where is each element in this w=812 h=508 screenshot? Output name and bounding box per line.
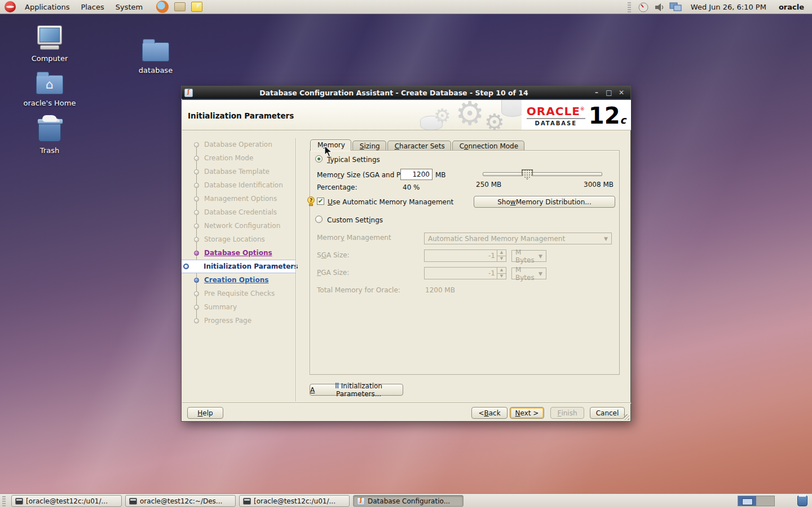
- all-init-params-button[interactable]: All Initialization Parameters...: [310, 384, 403, 396]
- tab-sizing[interactable]: Sizing: [352, 141, 386, 151]
- help-button[interactable]: Help: [187, 407, 223, 419]
- trash-icon: [38, 121, 61, 142]
- step-summary: Summary: [192, 300, 295, 314]
- task-terminal-1[interactable]: [oracle@test12c:/u01/...: [11, 495, 122, 507]
- amm-checkbox[interactable]: ✔: [317, 198, 324, 205]
- package-launcher-icon[interactable]: [174, 2, 186, 11]
- show-memory-distribution-button[interactable]: Show Memory Distribution...: [474, 196, 615, 208]
- window-titlebar[interactable]: Database Configuration Assistant - Creat…: [182, 86, 630, 99]
- workspace-2[interactable]: [756, 496, 774, 506]
- memory-size-input[interactable]: 1200: [400, 169, 433, 180]
- window-title: Database Configuration Assistant - Creat…: [196, 89, 592, 97]
- wizard-steps: Database Operation Creation Mode Databas…: [192, 138, 295, 327]
- workspace-1[interactable]: [738, 496, 756, 506]
- step-dot: [194, 237, 199, 242]
- java-app-icon: [184, 89, 193, 97]
- step-database-operation: Database Operation: [192, 138, 295, 151]
- sidebar-separator: [295, 138, 296, 401]
- typical-settings-radio[interactable]: [315, 155, 323, 163]
- close-button[interactable]: ✕: [617, 89, 626, 97]
- step-dot: [194, 278, 199, 283]
- step-creation-options[interactable]: Creation Options: [192, 273, 295, 287]
- step-dot: [194, 183, 199, 188]
- step-initialization-parameters: Initialization Parameters: [182, 260, 295, 273]
- folder-icon: [142, 42, 169, 62]
- clock[interactable]: Wed Jun 26, 6:10 PM: [687, 3, 770, 11]
- menu-applications[interactable]: Applications: [19, 0, 75, 14]
- oracle-logo: ORACLE® DATABASE 12c: [522, 100, 631, 130]
- minimize-button[interactable]: –: [592, 89, 601, 97]
- step-database-template: Database Template: [192, 165, 295, 178]
- java-icon: [357, 497, 365, 505]
- percentage-label: Percentage:: [317, 183, 358, 191]
- custom-settings-radio[interactable]: [315, 216, 323, 223]
- workspace-switcher[interactable]: [738, 496, 775, 506]
- desktop-icon-label: Trash: [23, 146, 77, 155]
- step-dot: [194, 196, 199, 202]
- mouse-cursor: [324, 146, 333, 157]
- custom-settings-label: Custom Settings: [327, 216, 383, 224]
- task-terminal-2[interactable]: oracle@test12c:~/Des...: [125, 495, 236, 507]
- wizard-header: Initialization Parameters ⚙ ⚙ ⚙ ORACLE® …: [182, 99, 631, 130]
- dropdown-arrow-icon: ▼: [539, 271, 542, 277]
- pga-size-spinner: -1 ▲▼: [424, 267, 506, 279]
- home-folder-icon: ⌂: [36, 75, 63, 94]
- window-resize-grip[interactable]: [624, 414, 629, 420]
- text-editor-launcher-icon[interactable]: [191, 2, 202, 12]
- display-settings-icon[interactable]: [669, 2, 683, 13]
- firefox-launcher-icon[interactable]: [156, 1, 169, 13]
- desktop-icon-computer[interactable]: Computer: [23, 25, 77, 63]
- back-button[interactable]: < Back: [471, 407, 508, 419]
- memory-slider-track[interactable]: [483, 172, 602, 176]
- desktop-icon-label: Computer: [23, 54, 77, 63]
- computer-icon: [37, 25, 62, 50]
- step-database-identification: Database Identification: [192, 178, 295, 192]
- dbca-window: Database Configuration Assistant - Creat…: [181, 86, 631, 422]
- tab-connection-mode[interactable]: Connection Mode: [452, 141, 524, 151]
- desktop-icon-database[interactable]: database: [129, 38, 183, 75]
- sga-unit-dropdown: M Bytes▼: [511, 250, 546, 262]
- step-database-options[interactable]: Database Options: [192, 246, 295, 260]
- terminal-icon: [243, 498, 251, 505]
- cancel-button[interactable]: Cancel: [590, 407, 625, 419]
- slider-max-label: 3008 MB: [576, 181, 614, 189]
- step-dot: [194, 142, 199, 147]
- tab-bar: Memory Sizing Character Sets Connection …: [310, 139, 526, 151]
- maximize-button[interactable]: □: [604, 89, 614, 97]
- step-dot: [194, 169, 199, 174]
- taskbar-grip[interactable]: [2, 496, 6, 506]
- step-progress-page: Progress Page: [192, 314, 295, 327]
- menu-system[interactable]: System: [110, 0, 148, 14]
- footer-separator: [182, 402, 631, 404]
- spinner-arrows-icon: ▲▼: [497, 250, 506, 261]
- slider-min-label: 250 MB: [476, 181, 501, 189]
- gears-artwork-icon: ⚙ ⚙ ⚙: [430, 99, 526, 130]
- task-terminal-3[interactable]: [oracle@test12c:/u01/...: [239, 495, 350, 507]
- terminal-icon: [129, 498, 137, 505]
- typical-settings-label: Typical Settings: [327, 156, 380, 164]
- desktop-icon-home[interactable]: ⌂ oracle's Home: [23, 71, 77, 107]
- desktop-icon-trash[interactable]: Trash: [23, 116, 77, 155]
- task-dbca[interactable]: Database Configuratio...: [353, 495, 464, 507]
- next-button[interactable]: Next >: [510, 407, 544, 419]
- step-pre-requisite-checks: Pre Requisite Checks: [192, 287, 295, 300]
- spinner-arrows-icon: ▲▼: [497, 268, 506, 279]
- step-dot: [194, 251, 199, 256]
- step-database-credentials: Database Credentials: [192, 205, 295, 219]
- step-management-options: Management Options: [192, 192, 295, 205]
- system-monitor-icon[interactable]: [638, 2, 649, 13]
- redhat-menu-icon[interactable]: [5, 1, 16, 12]
- step-creation-mode: Creation Mode: [192, 151, 295, 165]
- desktop-icon-label: oracle's Home: [23, 99, 77, 107]
- step-dot: [194, 291, 199, 296]
- tab-character-sets[interactable]: Character Sets: [387, 141, 451, 151]
- menu-places[interactable]: Places: [75, 0, 109, 14]
- memory-size-unit: MB: [435, 171, 446, 179]
- volume-icon[interactable]: [654, 2, 665, 12]
- page-title: Initialization Parameters: [188, 111, 294, 120]
- panel-grip[interactable]: [628, 2, 631, 12]
- step-dot: [194, 224, 199, 229]
- taskbar-trash-icon[interactable]: [797, 496, 807, 506]
- step-dot: [183, 264, 189, 269]
- sga-size-label: SGA Size:: [317, 251, 350, 259]
